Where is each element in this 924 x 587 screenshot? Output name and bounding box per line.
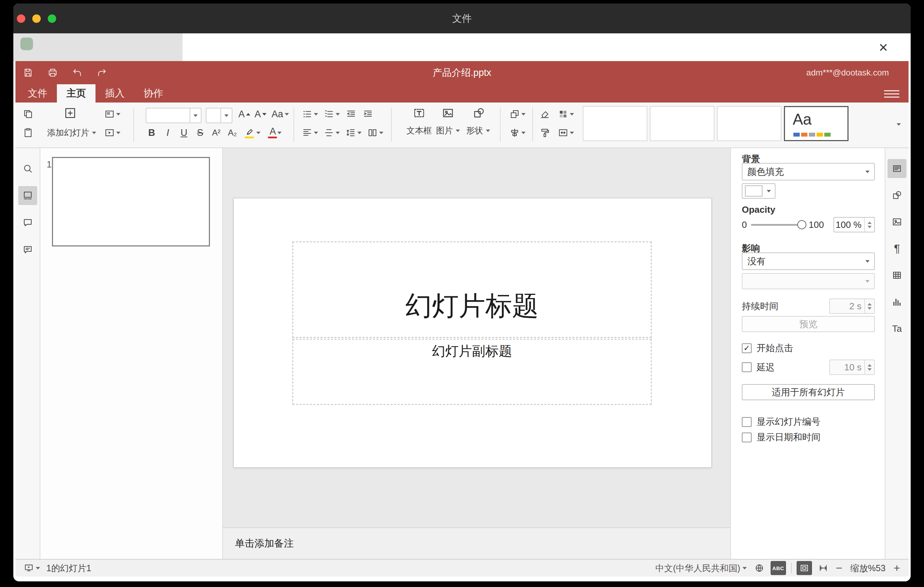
background-color-select[interactable] — [742, 183, 776, 199]
insert-shape-menu[interactable]: 形状 — [460, 123, 497, 139]
spellcheck-button[interactable]: ABC — [771, 561, 786, 575]
horizontal-align-button[interactable] — [300, 125, 320, 140]
textart-settings-tab[interactable]: Ta — [888, 319, 906, 338]
zoom-in-button[interactable]: + — [892, 561, 901, 575]
show-date-time-checkbox[interactable] — [742, 432, 752, 442]
slide-size-button[interactable] — [555, 125, 577, 140]
zoom-out-button[interactable]: − — [835, 561, 844, 575]
chat-button[interactable] — [18, 240, 37, 259]
copy-style-button[interactable] — [537, 125, 553, 140]
subscript-button[interactable]: A₂ — [225, 125, 240, 140]
font-name-combo[interactable] — [146, 108, 201, 123]
slide-thumbnail[interactable] — [52, 157, 210, 246]
preview-button[interactable]: 预览 — [742, 316, 875, 332]
paste-button[interactable] — [20, 125, 36, 140]
font-name-dropdown[interactable] — [190, 109, 201, 122]
transition-variant-select[interactable] — [742, 273, 875, 289]
insert-image-button[interactable] — [437, 104, 459, 122]
redo-button[interactable] — [94, 65, 109, 81]
show-slide-number-checkbox[interactable] — [742, 417, 752, 427]
tab-home[interactable]: 主页 — [57, 84, 96, 102]
increase-font-size-button[interactable]: A — [237, 106, 252, 122]
spinner-up-icon[interactable] — [868, 303, 872, 305]
duration-spinner[interactable]: 2 s — [829, 298, 875, 314]
tab-collaboration[interactable]: 协作 — [134, 84, 173, 102]
spinner-down-icon[interactable] — [868, 368, 872, 371]
spinner-up-icon[interactable] — [868, 364, 872, 366]
theme-thumbnail-3[interactable] — [717, 106, 782, 141]
notes-area[interactable]: 单击添加备注 — [223, 527, 730, 559]
preview-slideshow-button[interactable] — [101, 125, 124, 140]
search-button[interactable] — [18, 159, 37, 178]
theme-thumbnail-selected[interactable]: Aa — [784, 106, 848, 141]
shape-settings-tab[interactable] — [888, 186, 906, 204]
slide-settings-tab[interactable] — [888, 159, 906, 178]
set-language-button[interactable] — [753, 561, 766, 575]
decrease-font-size-button[interactable]: A — [253, 106, 268, 122]
paragraph-settings-tab[interactable]: ¶ — [888, 239, 906, 258]
subtitle-placeholder[interactable]: 幻灯片副标题 — [292, 339, 652, 405]
save-button[interactable] — [20, 65, 36, 81]
opacity-spinner[interactable]: 100 % — [833, 217, 875, 232]
vertical-align-button[interactable] — [322, 125, 342, 140]
fit-to-width-button[interactable] — [817, 561, 830, 575]
spinner-down-icon[interactable] — [868, 307, 872, 310]
table-settings-tab[interactable] — [888, 266, 906, 285]
color-scheme-button[interactable] — [555, 106, 577, 122]
numbering-button[interactable] — [322, 106, 342, 122]
add-slide-menu-button[interactable]: 添加幻灯片 — [43, 125, 100, 140]
language-select[interactable]: 中文(中华人民共和国) — [654, 561, 748, 575]
bullets-button[interactable] — [300, 106, 320, 122]
apply-to-all-slides-button[interactable]: 适用于所有幻灯片 — [742, 384, 875, 400]
font-size-combo[interactable] — [206, 108, 233, 123]
font-color-button[interactable]: A — [265, 125, 287, 140]
print-button[interactable] — [45, 65, 60, 81]
start-on-click-checkbox[interactable]: ✓ — [742, 343, 752, 353]
view-settings-button[interactable] — [884, 88, 899, 100]
image-settings-tab[interactable] — [888, 213, 906, 231]
transition-effect-select[interactable]: 没有 — [742, 252, 875, 270]
add-slide-button[interactable] — [62, 105, 79, 122]
comments-button[interactable] — [18, 213, 37, 232]
copy-button[interactable] — [20, 106, 36, 122]
change-layout-button[interactable] — [101, 106, 124, 122]
opacity-slider-knob[interactable] — [797, 220, 807, 229]
line-spacing-button[interactable] — [343, 125, 364, 140]
increase-indent-button[interactable] — [360, 106, 376, 122]
insert-textbox-button[interactable] — [408, 104, 431, 122]
underline-button[interactable]: U — [176, 125, 192, 140]
decrease-indent-button[interactable] — [343, 106, 359, 122]
undo-button[interactable] — [69, 65, 85, 81]
italic-button[interactable]: I — [160, 125, 175, 140]
bold-button[interactable]: B — [144, 125, 159, 140]
spinner-up-icon[interactable] — [868, 221, 872, 224]
spinner-down-icon[interactable] — [868, 226, 872, 228]
title-placeholder[interactable]: 幻灯片标题 — [292, 242, 652, 338]
theme-gallery-expand-button[interactable] — [891, 117, 906, 132]
theme-thumbnail-2[interactable] — [650, 106, 714, 141]
columns-button[interactable] — [365, 125, 386, 140]
slide-canvas[interactable]: 幻灯片标题 幻灯片副标题 — [223, 148, 730, 527]
close-preview-button[interactable]: × — [874, 38, 893, 56]
strikethrough-button[interactable]: S — [192, 125, 208, 140]
background-fill-select[interactable]: 颜色填充 — [742, 163, 875, 180]
align-shape-button[interactable] — [506, 125, 529, 140]
theme-thumbnail-1[interactable] — [583, 106, 647, 141]
change-case-button[interactable]: Aa — [269, 106, 291, 122]
clear-style-button[interactable] — [537, 106, 553, 122]
chart-settings-tab[interactable] — [888, 292, 906, 312]
font-size-dropdown[interactable] — [221, 109, 232, 122]
opacity-slider[interactable] — [751, 224, 804, 226]
superscript-button[interactable]: A² — [208, 125, 224, 140]
slides-panel-button[interactable] — [18, 186, 37, 205]
tab-file[interactable]: 文件 — [18, 84, 57, 102]
fit-to-slide-button[interactable] — [797, 561, 812, 575]
arrange-shape-button[interactable] — [506, 106, 529, 122]
start-slideshow-statusbar-button[interactable] — [23, 561, 41, 575]
slide[interactable]: 幻灯片标题 幻灯片副标题 — [233, 198, 711, 468]
highlight-color-button[interactable] — [241, 125, 263, 140]
delay-checkbox[interactable] — [742, 362, 752, 372]
insert-shape-button[interactable] — [468, 104, 490, 122]
delay-spinner[interactable]: 10 s — [829, 359, 875, 375]
tab-insert[interactable]: 插入 — [96, 84, 134, 102]
